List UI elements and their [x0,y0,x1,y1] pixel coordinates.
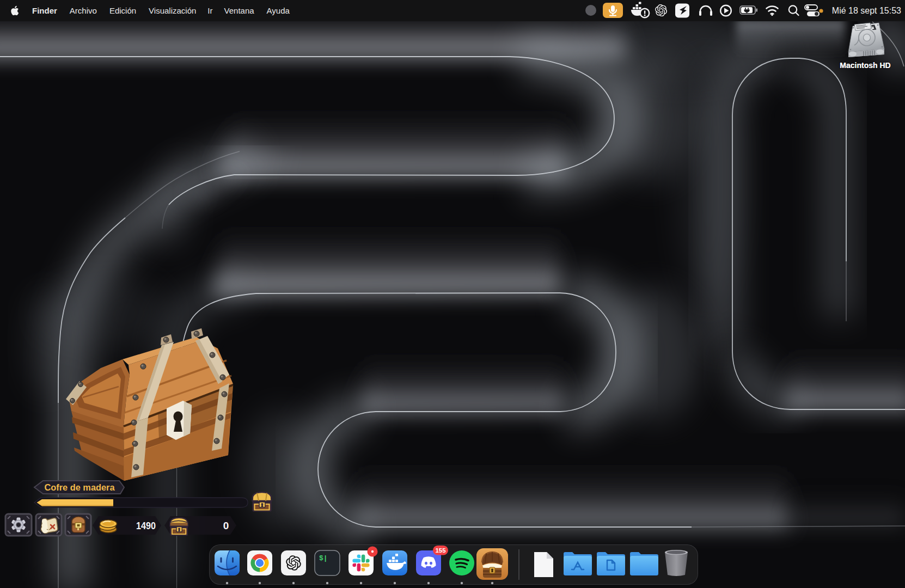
svg-text:$|: $| [319,554,328,562]
svg-text:0: 0 [223,520,229,531]
svg-text:Macintosh HD: Macintosh HD [840,61,890,70]
svg-text:1490: 1490 [136,520,156,531]
svg-text:155: 155 [435,547,446,554]
svg-text:Cofre de madera: Cofre de madera [45,482,115,493]
